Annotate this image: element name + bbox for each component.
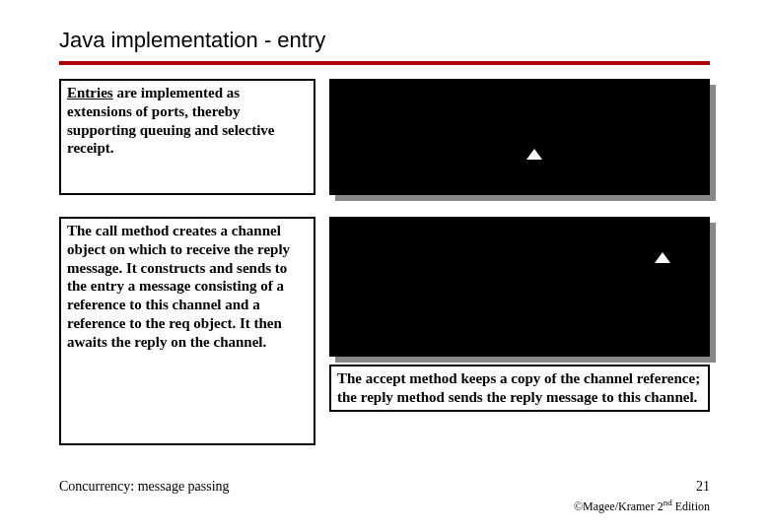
text-box-call: The call method creates a channel object… [59,217,315,445]
triangle-icon [526,149,542,160]
slide: Java implementation - entry Entries are … [0,0,769,532]
call-bold: call [96,223,118,238]
title-rule [59,61,710,65]
text-box-entries: Entries are implemented as extensions of… [59,79,315,195]
copyright-c: nd [664,498,672,507]
accept-text-e: method sends the reply message to this c… [393,389,697,405]
accept-bold: accept [366,370,406,386]
right-column: The accept method keeps a copy of the ch… [329,217,710,445]
page-number: 21 [696,479,710,495]
entries-underline: Entries [67,85,113,100]
diagram-top [329,79,710,195]
footer-left: Concurrency: message passing [59,479,230,495]
row-bottom: The call method creates a channel object… [59,217,710,445]
diagram-inner [329,79,710,195]
text-box-accept: The accept method keeps a copy of the ch… [329,365,710,412]
copyright-d: Edition [672,499,710,513]
call-text-a: The [67,223,96,238]
row-top: Entries are implemented as extensions of… [59,79,710,195]
diagram-bottom [329,217,710,357]
slide-title: Java implementation - entry [59,28,710,53]
reply-bold: reply [361,389,393,405]
call-text-c: method creates a channel object on which… [67,223,290,350]
triangle-icon-2 [655,252,670,263]
accept-text-a: The [337,370,366,386]
copyright-a: ©Magee/Kramer [574,499,658,513]
diagram-inner-2 [329,217,710,357]
copyright: ©Magee/Kramer 2nd Edition [574,498,710,514]
